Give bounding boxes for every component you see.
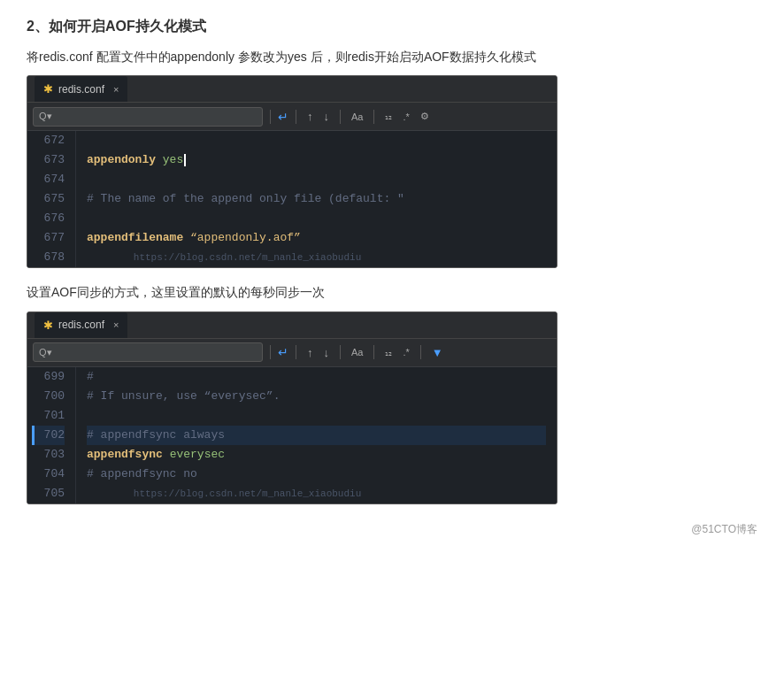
line-num-701: 701 [35,406,65,426]
editor-2-search-input[interactable] [56,346,257,358]
whole-word-btn[interactable]: ₁₂ [381,110,396,123]
enter-2-icon[interactable]: ↵ [278,345,288,359]
toolbar2-sep-5 [420,345,421,359]
code-line-676 [87,209,546,228]
editor-1-tab-bar: ✱ redis.conf × [27,76,557,103]
description-2: 设置AOF同步的方式，这里设置的默认的每秒同步一次 [27,282,757,302]
tab-2-name: redis.conf [58,319,104,331]
editor-2-tab-bar: ✱ redis.conf × [27,312,557,339]
arrow-up-2-btn[interactable]: ↑ [304,344,317,361]
code-line-702: # appendfsync always [87,426,546,445]
line-num-675: 675 [35,189,65,209]
settings-btn[interactable]: ⚙ [417,109,433,124]
code-line-674 [87,170,546,189]
editor-1-toolbar: Q▾ ↵ ↑ ↓ Aa ₁₂ .* ⚙ [27,103,557,131]
editor-2-toolbar: Q▾ ↵ ↑ ↓ Aa ₁₂ .* ▼ [27,339,557,367]
line-num-703: 703 [35,445,65,465]
editor-1-code: appendonly yes # The name of the append … [76,131,557,267]
code-line-699: # [87,367,546,387]
enter-icon[interactable]: ↵ [278,110,288,124]
line-num-705: 705 [35,484,65,503]
code-line-675: # The name of the append only file (defa… [87,189,546,209]
line-num-702: 702 [32,426,65,445]
line-num-673: 673 [35,150,65,170]
line-num-672: 672 [35,131,65,150]
section-title-text: 、如何开启AOF持久化模式 [35,19,206,34]
editor-1-search-box[interactable]: Q▾ [33,107,263,127]
description-1: 将redis.conf 配置文件中的appendonly 参数改为yes 后，则… [27,47,757,66]
editor-2-line-numbers: 699 700 701 702 703 704 705 [27,367,76,503]
section-number: 2 [27,19,35,34]
section-title: 2、如何开启AOF持久化模式 [27,18,757,36]
toolbar2-sep-2 [296,345,296,359]
editor-2-search-box[interactable]: Q▾ [33,342,263,362]
search-icon: Q▾ [39,111,52,122]
match-case-2-btn[interactable]: Aa [348,345,366,359]
tab-2-close[interactable]: × [113,319,119,330]
tab-1-icon: ✱ [43,82,53,96]
code-line-705: https://blog.csdn.net/m_nanle_xiaobudiu [87,484,546,503]
code-line-701 [87,406,546,426]
line-num-674: 674 [35,170,65,189]
code-line-672 [87,131,546,150]
toolbar2-sep-1 [270,345,271,359]
toolbar-sep-1 [270,110,271,124]
code-line-704: # appendfsync no [87,465,546,484]
arrow-down-btn[interactable]: ↓ [320,108,334,125]
toolbar-sep-3 [340,110,341,124]
editor-1-tab[interactable]: ✱ redis.conf × [35,76,127,102]
line-num-700: 700 [35,387,65,406]
line-num-676: 676 [35,209,65,228]
editor-1: ✱ redis.conf × Q▾ ↵ ↑ ↓ Aa ₁₂ .* ⚙ 672 6… [27,75,557,268]
editor-2-tab[interactable]: ✱ redis.conf × [35,312,127,338]
toolbar-sep-2 [296,110,296,124]
code-line-703: appendfsync everysec [87,445,546,465]
search-2-icon: Q▾ [39,347,52,358]
code-line-678: https://blog.csdn.net/m_nanle_xiaobudiu [87,248,546,267]
editor-1-search-input[interactable] [56,111,257,123]
editor-1-line-numbers: 672 673 674 675 676 677 678 [27,131,76,267]
editor-2-body: 699 700 701 702 703 704 705 # # If unsur… [27,367,557,503]
regex-2-btn[interactable]: .* [399,345,412,359]
line-num-678: 678 [35,248,65,267]
code-line-700: # If unsure, use “everysec”. [87,387,546,406]
whole-word-2-btn[interactable]: ₁₂ [381,346,396,359]
bottom-credit: @51CTO博客 [27,522,757,537]
arrow-up-btn[interactable]: ↑ [304,108,317,125]
code-line-677: appendfilename “appendonly.aof” [87,228,546,248]
toolbar-sep-4 [373,110,374,124]
tab-2-icon: ✱ [43,319,53,332]
filter-btn[interactable]: ▼ [428,344,447,361]
match-case-btn[interactable]: Aa [348,110,366,124]
line-num-704: 704 [35,465,65,484]
line-num-699: 699 [35,367,65,387]
toolbar2-sep-3 [340,345,341,359]
tab-1-close[interactable]: × [113,84,119,95]
editor-1-body: 672 673 674 675 676 677 678 appendonly y… [27,131,557,267]
editor-2-code: # # If unsure, use “everysec”. # appendf… [76,367,557,503]
regex-btn[interactable]: .* [399,110,412,124]
code-line-673: appendonly yes [87,150,546,170]
tab-1-name: redis.conf [58,83,104,96]
editor-2: ✱ redis.conf × Q▾ ↵ ↑ ↓ Aa ₁₂ .* ▼ 699 7… [27,311,557,504]
line-num-677: 677 [35,228,65,248]
toolbar2-sep-4 [373,345,374,359]
arrow-down-2-btn[interactable]: ↓ [320,344,334,361]
